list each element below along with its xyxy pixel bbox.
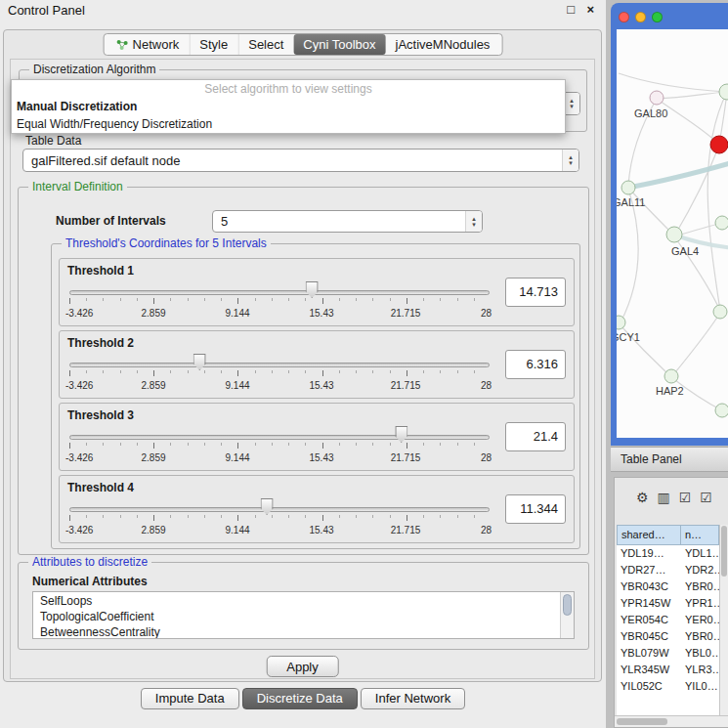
thresholds-coordinates-group: Threshold's Coordinates for 5 Intervals … [51,243,580,549]
slider-track[interactable] [69,435,490,440]
scrollbar-thumb[interactable] [721,526,727,577]
threshold-1-block: Threshold 1 -3.4262.8599.14415.4321.7152… [59,258,575,326]
group-title: Discretization Algorithm [29,63,159,76]
mac-close-button[interactable] [619,12,629,22]
combo-stepper-icon[interactable]: ▴ ▾ [465,211,482,232]
slider-scale: -3.4262.8599.14415.4321.71528 [69,525,490,536]
scale-tick-label: 2.859 [141,452,165,463]
table-cell: YBR0… [681,628,719,645]
threshold-value-field[interactable]: 6.316 [505,350,566,379]
tab-label: Select [248,37,283,52]
column-header[interactable]: shared… [617,525,681,545]
slider-track[interactable] [69,363,490,367]
slider-thumb[interactable] [395,426,407,443]
tab-style[interactable]: Style [189,34,237,55]
threshold-1-slider[interactable]: -3.4262.8599.14415.4321.71528 [69,277,490,323]
network-node[interactable] [713,305,727,319]
table-row[interactable]: YBR045CYBR0… [617,628,719,645]
select-all-checkbox-icon[interactable]: ☑ [679,490,692,505]
threshold-value-field[interactable]: 14.713 [505,278,566,307]
table-cell: YBR043C [617,578,681,595]
scale-tick-label: 2.859 [141,308,165,319]
threshold-value-field[interactable]: 21.4 [505,422,566,451]
scrollbar-thumb[interactable] [563,594,572,616]
table-cell: YBL0… [681,645,719,662]
tab-network[interactable]: Network [107,34,190,55]
numerical-attributes-list[interactable]: SelfLoopsTopologicalCoefficientBetweenne… [32,591,575,639]
select-visible-checkbox-icon[interactable]: ☑ [700,490,712,505]
attributes-to-discretize-group: Attributes to discretize Numerical Attri… [18,562,589,650]
network-node[interactable] [715,216,728,230]
network-node[interactable] [715,404,728,417]
slider-thumb[interactable] [261,498,274,515]
tab-cyni-toolbox[interactable]: Cyni Toolbox [293,34,385,55]
tab-impute-data[interactable]: Impute Data [141,688,239,709]
tab-infer-network[interactable]: Infer Network [361,688,465,709]
dropdown-option-manual-discretization[interactable]: Manual Discretization [12,98,565,115]
scrollbar-thumb[interactable] [617,718,667,725]
network-edge [657,99,719,145]
table-row[interactable]: YDL19…YDL1… [617,545,719,562]
table-row[interactable]: YIL052CYIL0… [617,678,719,695]
node-label: HAP2 [656,385,684,397]
number-of-intervals-combobox[interactable]: 5 ▴ ▾ [212,210,483,233]
float-panel-icon[interactable]: □ [567,2,575,17]
tab-label: jActiveMNodules [396,37,491,52]
attribute-list-item[interactable]: TopologicalCoefficient [33,609,560,624]
network-node[interactable] [621,181,635,194]
mac-zoom-button[interactable] [652,12,663,22]
table-row[interactable]: YBR043CYBR0… [617,578,719,595]
tab-jactivemnodules[interactable]: jActiveMNodules [386,34,500,55]
table-body: YDL19…YDL1…YDR27…YDR2…YBR043CYBR0…YPR145… [617,545,719,715]
table-row[interactable]: YDR27…YDR2… [617,562,719,578]
tab-select[interactable]: Select [237,34,293,55]
table-row[interactable]: YPR145WYPR1… [617,595,719,612]
threshold-3-slider[interactable]: -3.4262.8599.14415.4321.71528 [69,421,490,468]
table-header: shared… n… [617,525,719,545]
threshold-4-slider[interactable]: -3.4262.8599.14415.4321.71528 [69,493,490,540]
apply-button[interactable]: Apply [266,656,339,677]
list-scrollbar[interactable] [560,592,574,638]
columns-icon[interactable]: ▥ [658,490,670,505]
group-title: Interval Definition [28,180,127,193]
table-panel: ⚙▥☑☑ shared… n… YDL19…YDL1…YDR27…YDR2…YB… [614,477,728,728]
gear-icon[interactable]: ⚙ [636,490,649,505]
slider-thumb[interactable] [306,281,319,298]
network-canvas[interactable]: GAL80GAL11GAL4GCY1HAP2 [617,29,728,438]
threshold-2-slider[interactable]: -3.4262.8599.14415.4321.71528 [69,349,490,396]
network-edge [657,92,727,99]
column-header[interactable]: n… [681,525,719,545]
close-icon[interactable]: × [586,2,594,17]
table-horizontal-scrollbar[interactable] [615,715,728,727]
combo-stepper-icon[interactable]: ▴ ▾ [562,150,578,171]
network-node[interactable] [719,84,728,100]
attribute-list-item[interactable]: SelfLoops [33,593,560,609]
slider-thumb[interactable] [193,354,206,370]
table-row[interactable]: YLR345WYLR3… [617,662,719,678]
slider-ticks [69,370,490,376]
window-controls [619,12,663,22]
table-data-label: Table Data [25,134,81,148]
scale-tick-label: 15.43 [309,380,333,391]
network-node[interactable] [650,91,664,105]
tab-discretize-data[interactable]: Discretize Data [242,688,358,709]
slider-scale: -3.4262.8599.14415.4321.71528 [69,308,490,320]
dropdown-option-equal-width-frequency[interactable]: Equal Width/Frequency Discretization [12,115,565,133]
scale-tick-label: 28 [481,452,492,463]
table-row[interactable]: YBL079WYBL0… [617,645,719,662]
attribute-list-item[interactable]: BetweennessCentrality [33,624,560,638]
slider-track[interactable] [69,507,490,512]
network-node[interactable] [617,316,625,329]
network-node[interactable] [710,136,728,153]
scale-tick-label: 21.715 [391,308,421,319]
slider-track[interactable] [69,290,490,295]
table-vertical-scrollbar[interactable] [719,525,728,715]
threshold-value-field[interactable]: 11.344 [505,494,566,524]
mac-minimize-button[interactable] [635,12,646,22]
table-data-combobox[interactable]: galFiltered.sif default node ▴ ▾ [22,149,579,172]
network-view-window: GAL80GAL11GAL4GCY1HAP2 [611,3,728,446]
table-row[interactable]: YER054CYER0… [617,612,719,628]
network-node[interactable] [664,369,678,383]
network-edge [619,73,726,92]
network-node[interactable] [666,227,682,242]
